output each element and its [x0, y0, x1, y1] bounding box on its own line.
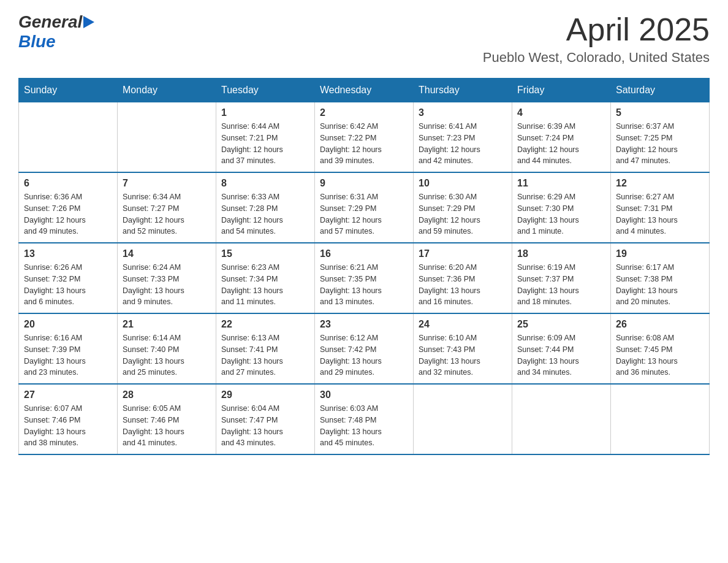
day-number: 1	[221, 107, 309, 118]
day-info: Sunrise: 6:27 AM Sunset: 7:31 PM Dayligh…	[616, 191, 704, 237]
day-info: Sunrise: 6:44 AM Sunset: 7:21 PM Dayligh…	[221, 121, 309, 167]
day-number: 6	[24, 178, 112, 189]
day-info: Sunrise: 6:05 AM Sunset: 7:46 PM Dayligh…	[123, 403, 211, 449]
calendar-day-cell: 29Sunrise: 6:04 AM Sunset: 7:47 PM Dayli…	[216, 384, 315, 454]
calendar-day-cell: 17Sunrise: 6:20 AM Sunset: 7:36 PM Dayli…	[414, 243, 512, 313]
calendar-table: SundayMondayTuesdayWednesdayThursdayFrid…	[18, 78, 710, 455]
calendar-day-cell: 28Sunrise: 6:05 AM Sunset: 7:46 PM Dayli…	[118, 384, 216, 454]
day-info: Sunrise: 6:41 AM Sunset: 7:23 PM Dayligh…	[419, 121, 507, 167]
day-info: Sunrise: 6:37 AM Sunset: 7:25 PM Dayligh…	[616, 121, 704, 167]
page-subtitle: Pueblo West, Colorado, United States	[483, 50, 710, 66]
calendar-day-cell	[512, 384, 611, 454]
calendar-day-header: Tuesday	[216, 79, 315, 102]
day-number: 30	[320, 389, 408, 400]
calendar-day-cell: 12Sunrise: 6:27 AM Sunset: 7:31 PM Dayli…	[611, 172, 710, 243]
day-number: 7	[123, 178, 211, 189]
day-info: Sunrise: 6:09 AM Sunset: 7:44 PM Dayligh…	[517, 332, 605, 378]
day-info: Sunrise: 6:21 AM Sunset: 7:35 PM Dayligh…	[320, 262, 408, 308]
day-number: 29	[221, 389, 309, 400]
day-number: 21	[123, 319, 211, 330]
calendar-day-cell	[118, 102, 216, 173]
logo-arrow-icon	[83, 16, 94, 28]
calendar-day-cell: 21Sunrise: 6:14 AM Sunset: 7:40 PM Dayli…	[118, 313, 216, 384]
calendar-day-cell: 23Sunrise: 6:12 AM Sunset: 7:42 PM Dayli…	[315, 313, 414, 384]
day-number: 18	[517, 248, 605, 259]
page-header: General Blue April 2025 Pueblo West, Col…	[18, 12, 710, 66]
day-number: 10	[419, 178, 507, 189]
day-info: Sunrise: 6:36 AM Sunset: 7:26 PM Dayligh…	[24, 191, 112, 237]
day-info: Sunrise: 6:08 AM Sunset: 7:45 PM Dayligh…	[616, 332, 704, 378]
calendar-day-cell: 4Sunrise: 6:39 AM Sunset: 7:24 PM Daylig…	[512, 102, 611, 173]
day-info: Sunrise: 6:24 AM Sunset: 7:33 PM Dayligh…	[123, 262, 211, 308]
day-info: Sunrise: 6:34 AM Sunset: 7:27 PM Dayligh…	[123, 191, 211, 237]
day-info: Sunrise: 6:26 AM Sunset: 7:32 PM Dayligh…	[24, 262, 112, 308]
day-info: Sunrise: 6:31 AM Sunset: 7:29 PM Dayligh…	[320, 191, 408, 237]
day-number: 26	[616, 319, 704, 330]
day-number: 5	[616, 107, 704, 118]
day-info: Sunrise: 6:23 AM Sunset: 7:34 PM Dayligh…	[221, 262, 309, 308]
day-info: Sunrise: 6:07 AM Sunset: 7:46 PM Dayligh…	[24, 403, 112, 449]
day-number: 23	[320, 319, 408, 330]
calendar-day-header: Saturday	[611, 79, 710, 102]
day-number: 11	[517, 178, 605, 189]
day-number: 9	[320, 178, 408, 189]
day-info: Sunrise: 6:10 AM Sunset: 7:43 PM Dayligh…	[419, 332, 507, 378]
logo-general-text: General	[18, 12, 82, 32]
day-number: 15	[221, 248, 309, 259]
logo-blue-text: Blue	[18, 32, 56, 51]
day-info: Sunrise: 6:16 AM Sunset: 7:39 PM Dayligh…	[24, 332, 112, 378]
calendar-day-cell: 26Sunrise: 6:08 AM Sunset: 7:45 PM Dayli…	[611, 313, 710, 384]
calendar-day-cell: 22Sunrise: 6:13 AM Sunset: 7:41 PM Dayli…	[216, 313, 315, 384]
day-info: Sunrise: 6:19 AM Sunset: 7:37 PM Dayligh…	[517, 262, 605, 308]
calendar-day-cell: 9Sunrise: 6:31 AM Sunset: 7:29 PM Daylig…	[315, 172, 414, 243]
calendar-day-cell	[611, 384, 710, 454]
day-number: 3	[419, 107, 507, 118]
calendar-week-row: 1Sunrise: 6:44 AM Sunset: 7:21 PM Daylig…	[19, 102, 710, 173]
calendar-week-row: 6Sunrise: 6:36 AM Sunset: 7:26 PM Daylig…	[19, 172, 710, 243]
calendar-day-cell: 20Sunrise: 6:16 AM Sunset: 7:39 PM Dayli…	[19, 313, 118, 384]
calendar-week-row: 13Sunrise: 6:26 AM Sunset: 7:32 PM Dayli…	[19, 243, 710, 313]
day-number: 4	[517, 107, 605, 118]
day-info: Sunrise: 6:12 AM Sunset: 7:42 PM Dayligh…	[320, 332, 408, 378]
day-number: 16	[320, 248, 408, 259]
day-info: Sunrise: 6:04 AM Sunset: 7:47 PM Dayligh…	[221, 403, 309, 449]
calendar-day-cell: 19Sunrise: 6:17 AM Sunset: 7:38 PM Dayli…	[611, 243, 710, 313]
day-number: 28	[123, 389, 211, 400]
calendar-day-cell: 16Sunrise: 6:21 AM Sunset: 7:35 PM Dayli…	[315, 243, 414, 313]
day-number: 22	[221, 319, 309, 330]
calendar-day-cell: 8Sunrise: 6:33 AM Sunset: 7:28 PM Daylig…	[216, 172, 315, 243]
day-number: 17	[419, 248, 507, 259]
day-number: 24	[419, 319, 507, 330]
day-info: Sunrise: 6:29 AM Sunset: 7:30 PM Dayligh…	[517, 191, 605, 237]
calendar-day-cell: 30Sunrise: 6:03 AM Sunset: 7:48 PM Dayli…	[315, 384, 414, 454]
day-info: Sunrise: 6:13 AM Sunset: 7:41 PM Dayligh…	[221, 332, 309, 378]
day-info: Sunrise: 6:30 AM Sunset: 7:29 PM Dayligh…	[419, 191, 507, 237]
calendar-day-header: Monday	[118, 79, 216, 102]
day-info: Sunrise: 6:39 AM Sunset: 7:24 PM Dayligh…	[517, 121, 605, 167]
calendar-day-cell: 3Sunrise: 6:41 AM Sunset: 7:23 PM Daylig…	[414, 102, 512, 173]
calendar-day-header: Friday	[512, 79, 611, 102]
day-info: Sunrise: 6:33 AM Sunset: 7:28 PM Dayligh…	[221, 191, 309, 237]
calendar-day-cell: 11Sunrise: 6:29 AM Sunset: 7:30 PM Dayli…	[512, 172, 611, 243]
calendar-day-cell: 10Sunrise: 6:30 AM Sunset: 7:29 PM Dayli…	[414, 172, 512, 243]
calendar-day-cell: 24Sunrise: 6:10 AM Sunset: 7:43 PM Dayli…	[414, 313, 512, 384]
calendar-week-row: 27Sunrise: 6:07 AM Sunset: 7:46 PM Dayli…	[19, 384, 710, 454]
day-info: Sunrise: 6:14 AM Sunset: 7:40 PM Dayligh…	[123, 332, 211, 378]
day-number: 2	[320, 107, 408, 118]
calendar-day-cell: 7Sunrise: 6:34 AM Sunset: 7:27 PM Daylig…	[118, 172, 216, 243]
calendar-day-cell: 6Sunrise: 6:36 AM Sunset: 7:26 PM Daylig…	[19, 172, 118, 243]
calendar-day-cell: 27Sunrise: 6:07 AM Sunset: 7:46 PM Dayli…	[19, 384, 118, 454]
calendar-day-cell: 15Sunrise: 6:23 AM Sunset: 7:34 PM Dayli…	[216, 243, 315, 313]
day-info: Sunrise: 6:20 AM Sunset: 7:36 PM Dayligh…	[419, 262, 507, 308]
day-number: 19	[616, 248, 704, 259]
calendar-day-header: Sunday	[19, 79, 118, 102]
day-number: 25	[517, 319, 605, 330]
calendar-day-cell: 2Sunrise: 6:42 AM Sunset: 7:22 PM Daylig…	[315, 102, 414, 173]
calendar-day-cell	[414, 384, 512, 454]
title-block: April 2025 Pueblo West, Colorado, United…	[483, 12, 710, 66]
calendar-day-header: Thursday	[414, 79, 512, 102]
page-title: April 2025	[483, 12, 710, 47]
calendar-week-row: 20Sunrise: 6:16 AM Sunset: 7:39 PM Dayli…	[19, 313, 710, 384]
calendar-day-cell: 1Sunrise: 6:44 AM Sunset: 7:21 PM Daylig…	[216, 102, 315, 173]
day-info: Sunrise: 6:17 AM Sunset: 7:38 PM Dayligh…	[616, 262, 704, 308]
